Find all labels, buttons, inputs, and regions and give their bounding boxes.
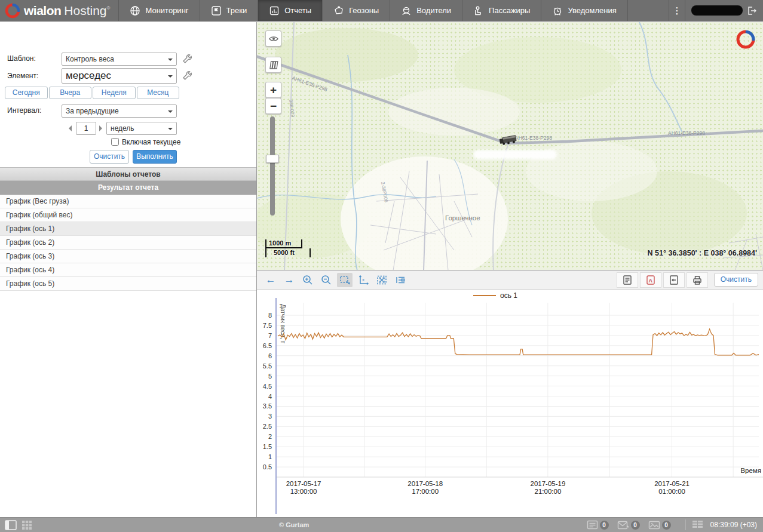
town-label: Горшечное [445, 214, 480, 222]
user-menu[interactable] [685, 5, 763, 16]
export-report-button[interactable] [617, 272, 638, 288]
interval-select[interactable]: За предыдущие [62, 104, 177, 118]
result-item-os4[interactable]: График (ось 4) [0, 263, 256, 277]
tab-label: Пассажиры [489, 6, 530, 15]
chart-box-zoom-button[interactable] [337, 273, 353, 287]
map-scale: 1000 m 5000 ft [265, 239, 311, 257]
result-item-os1[interactable]: График (ось 1) [0, 222, 256, 236]
interval-increment-arrow[interactable] [99, 125, 102, 131]
range-month-button[interactable]: Месяц [137, 87, 180, 99]
execute-report-button[interactable]: Выполнить [133, 150, 177, 164]
svg-text:A: A [648, 277, 652, 283]
chart-zoom-in-button[interactable] [300, 273, 315, 287]
box-zoom-icon [339, 274, 351, 286]
tab-notifications[interactable]: Уведомления [541, 0, 627, 21]
result-item-ves-gruza[interactable]: График (Вес груза) [0, 195, 256, 208]
range-yesterday-button[interactable]: Вчера [49, 87, 92, 99]
zoom-out-button[interactable]: − [265, 98, 281, 114]
legend-line [473, 295, 496, 296]
zoom-slider-handle[interactable] [266, 155, 279, 163]
tab-passengers[interactable]: Пассажиры [462, 0, 541, 21]
include-current-checkbox[interactable] [111, 138, 119, 146]
unit-select[interactable]: мерседес [62, 68, 177, 84]
x-tick-time: 17:00:00 [412, 488, 439, 495]
unit-settings-button[interactable] [181, 70, 193, 82]
legend-label: ось 1 [500, 291, 517, 300]
result-item-os3[interactable]: График (ось 3) [0, 250, 256, 263]
road-label-3: АН61-Е38-Р298 [668, 130, 705, 136]
tab-label: Мониторинг [145, 6, 188, 15]
grid-icon [22, 520, 32, 530]
x-tick-time: 21:00:00 [535, 488, 562, 495]
result-item-obschiy-ves[interactable]: График (общий вес) [0, 208, 256, 222]
zoom-in-button[interactable]: + [265, 82, 281, 98]
road-label-vertical: 38К-029 [288, 99, 296, 118]
tab-geofences[interactable]: Геозоны [323, 0, 390, 21]
messages-counter[interactable]: 0 [617, 521, 640, 530]
chart-fit-button[interactable] [374, 273, 390, 287]
logo-registered-mark: ® [107, 5, 111, 11]
y-tick-label: 8 [268, 312, 272, 319]
chart-zoom-out-button[interactable] [318, 273, 334, 287]
y-tick-label: 1 [268, 453, 272, 460]
more-menu-button[interactable]: ⋮ [669, 0, 685, 21]
chart-area[interactable]: 0.511.522.533.544.555.566.577.582017-05-… [257, 290, 763, 516]
interval-count-input[interactable] [76, 122, 96, 135]
fit-extent-icon [376, 274, 388, 286]
range-week-button[interactable]: Неделя [93, 87, 136, 99]
x-tick-date: 2017-05-18 [407, 480, 443, 487]
tab-drivers[interactable]: Водители [390, 0, 462, 21]
interval-label: Интервал: [7, 106, 41, 115]
clear-report-button[interactable]: Очистить [90, 150, 129, 164]
tab-monitoring[interactable]: Мониторинг [119, 0, 200, 21]
map-layers-button[interactable] [265, 57, 281, 73]
main-layout: Шаблон: Контроль веса Элемент: мерседес … [0, 22, 763, 517]
app-logo[interactable]: wialon Hosting ® [0, 0, 119, 21]
table-mode-button[interactable] [692, 520, 703, 530]
template-select[interactable]: Контроль веса [62, 53, 177, 66]
tab-tracks[interactable]: Треки [200, 0, 259, 21]
chart-legend-button[interactable] [393, 273, 408, 287]
tab-reports[interactable]: Отчеты [258, 0, 323, 21]
report-templates-header[interactable]: Шаблоны отчетов [0, 167, 256, 181]
export-pdf-button[interactable]: A [640, 272, 661, 288]
report-chart-icon [269, 5, 280, 16]
apps-grid-button[interactable] [22, 520, 32, 530]
passenger-icon [473, 5, 484, 16]
plus-icon: + [270, 84, 277, 96]
range-today-button[interactable]: Сегодня [5, 87, 48, 99]
interval-decrement-arrow[interactable] [69, 125, 72, 131]
chart-back-button[interactable]: ← [263, 273, 278, 287]
jobs-count-badge: 0 [600, 521, 609, 530]
jobs-counter[interactable]: 0 [587, 520, 609, 530]
y-tick-label: 7 [268, 332, 272, 339]
map[interactable]: АН61-Е38-Р298 АН61-Е38-Р298 АН61-Е38-Р29… [257, 22, 763, 270]
visibility-button[interactable] [265, 30, 281, 47]
tab-label: Треки [226, 6, 247, 15]
y-tick-label: 6.5 [263, 342, 272, 349]
scale-metric: 1000 m [265, 239, 302, 248]
y-tick-label: 6 [268, 352, 272, 359]
chart-axis-scale-button[interactable]: x [356, 273, 371, 287]
map-provider-logo [736, 29, 756, 50]
zoom-slider-track[interactable] [270, 116, 275, 216]
tab-label: Геозоны [349, 6, 379, 15]
result-item-os5[interactable]: График (ось 5) [0, 277, 256, 291]
media-counter[interactable]: 0 [648, 521, 671, 530]
chart-forward-button[interactable]: → [281, 273, 297, 287]
template-settings-button[interactable] [181, 53, 193, 65]
cursor-coordinates: N 51° 36.3850' : E 038° 06.8984' [648, 249, 757, 257]
print-button[interactable] [687, 272, 708, 288]
interval-unit-select[interactable]: недель [106, 122, 177, 135]
nav-tabs: Мониторинг Треки Отчеты Геозоны [119, 0, 627, 21]
y-tick-label: 7.5 [263, 322, 272, 329]
x-tick-date: 2017-05-21 [654, 480, 690, 487]
collapse-panel-button[interactable] [5, 520, 17, 530]
logout-icon[interactable] [746, 5, 757, 16]
result-item-os2[interactable]: График (ось 2) [0, 236, 256, 250]
chart-clear-button[interactable]: Очистить [714, 273, 758, 287]
report-result-header[interactable]: Результат отчета [0, 181, 256, 195]
x-tick-date: 2017-05-19 [530, 480, 565, 487]
table-icon [692, 520, 703, 530]
export-file-button[interactable] [663, 272, 685, 288]
